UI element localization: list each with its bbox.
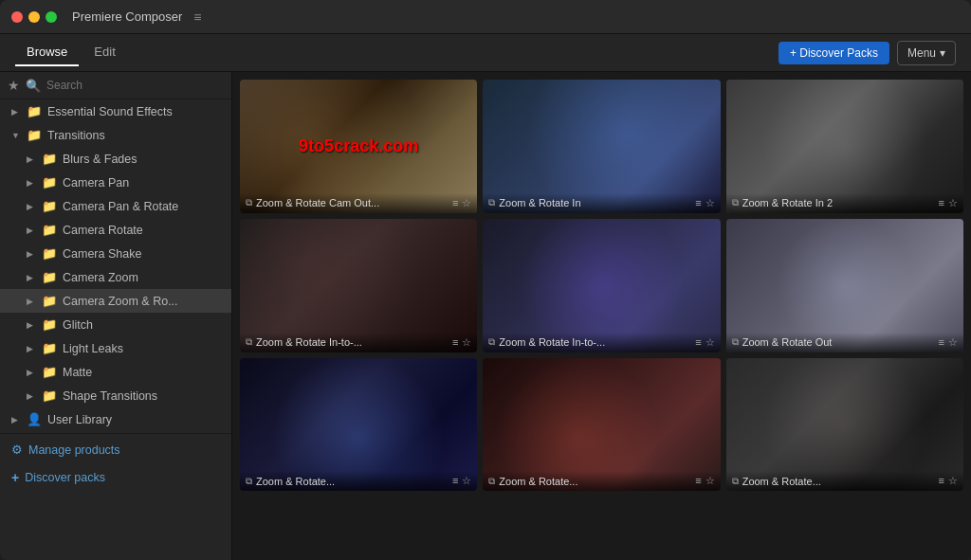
favorite-icon[interactable]: ☆ bbox=[705, 336, 715, 349]
child-label: Camera Shake bbox=[63, 247, 141, 261]
sidebar-child-item-10[interactable]: ▶ 📁 Shape Transitions bbox=[0, 384, 231, 407]
grid-item-8[interactable]: ⧉ Zoom & Rotate... ≡ ☆ bbox=[726, 358, 963, 492]
minimize-button[interactable] bbox=[28, 11, 40, 23]
clip-name: Zoom & Rotate... bbox=[742, 476, 821, 487]
tab-bar: Browse Edit bbox=[15, 39, 127, 66]
clip-name: Zoom & Rotate... bbox=[499, 476, 577, 487]
more-options-icon[interactable]: ≡ bbox=[939, 197, 944, 209]
sidebar-child-item-9[interactable]: ▶ 📁 Matte bbox=[0, 360, 231, 384]
tab-edit[interactable]: Edit bbox=[82, 39, 126, 66]
favorite-icon[interactable]: ☆ bbox=[705, 475, 715, 487]
grid-item-label-7: ⧉ Zoom & Rotate... ≡ ☆ bbox=[483, 471, 720, 491]
sidebar-child-item-3[interactable]: ▶ 📁 Camera Rotate bbox=[0, 218, 231, 242]
close-button[interactable] bbox=[11, 11, 23, 23]
folder-icon: 📁 bbox=[42, 246, 57, 261]
folder-icon: 📁 bbox=[42, 199, 57, 213]
sidebar-child-item-8[interactable]: ▶ 📁 Light Leaks bbox=[0, 336, 231, 360]
search-bar: ★ 🔍 bbox=[0, 72, 231, 99]
sidebar-child-item-2[interactable]: ▶ 📁 Camera Pan & Rotate bbox=[0, 194, 231, 218]
child-label: Glitch bbox=[63, 318, 93, 332]
grid-item-label-0: ⧉ Zoom & Rotate Cam Out... ≡ ☆ bbox=[240, 193, 477, 213]
grid-item-label-5: ⧉ Zoom & Rotate Out ≡ ☆ bbox=[726, 333, 963, 352]
collapse-arrow-icon: ▶ bbox=[27, 178, 36, 188]
folder-icon: 📁 bbox=[42, 365, 57, 379]
clip-icon: ⧉ bbox=[488, 197, 495, 208]
tab-browse[interactable]: Browse bbox=[15, 39, 79, 66]
favorite-icon[interactable]: ☆ bbox=[462, 475, 471, 487]
sidebar-item-essential-sound-effects[interactable]: ▶ 📁 Essential Sound Effects bbox=[0, 99, 231, 123]
favorite-icon[interactable]: ☆ bbox=[948, 336, 958, 349]
grid-item-label-3: ⧉ Zoom & Rotate In-to-... ≡ ☆ bbox=[240, 333, 477, 352]
sidebar-child-item-0[interactable]: ▶ 📁 Blurs & Fades bbox=[0, 147, 231, 171]
sidebar-item-user-library[interactable]: ▶ 👤 User Library bbox=[0, 407, 231, 431]
sidebar-child-item-5[interactable]: ▶ 📁 Camera Zoom bbox=[0, 265, 231, 289]
clip-name: Zoom & Rotate Out bbox=[742, 336, 833, 348]
folder-icon: 📁 bbox=[42, 294, 57, 308]
grid-item-5[interactable]: ⧉ Zoom & Rotate Out ≡ ☆ bbox=[726, 219, 963, 352]
favorite-icon[interactable]: ☆ bbox=[462, 336, 471, 349]
manage-products-icon: ⚙ bbox=[11, 443, 23, 457]
grid-item-label-6: ⧉ Zoom & Rotate... ≡ ☆ bbox=[240, 471, 477, 491]
favorite-icon[interactable]: ☆ bbox=[948, 475, 958, 487]
more-options-icon[interactable]: ≡ bbox=[452, 336, 458, 349]
user-library-label: User Library bbox=[47, 413, 112, 426]
discover-packs-button[interactable]: + Discover Packs bbox=[779, 42, 889, 64]
app-menu-icon[interactable]: ≡ bbox=[193, 9, 201, 25]
collapse-arrow-icon: ▶ bbox=[11, 107, 21, 117]
clip-icon: ⧉ bbox=[246, 336, 252, 348]
main-layout: ★ 🔍 ▶ 📁 Essential Sound Effects ▼ 📁 Tran… bbox=[0, 72, 971, 560]
grid-item-7[interactable]: ⧉ Zoom & Rotate... ≡ ☆ bbox=[483, 358, 720, 492]
folder-icon: 📁 bbox=[27, 104, 42, 118]
favorite-icon[interactable]: ☆ bbox=[462, 197, 471, 209]
more-options-icon[interactable]: ≡ bbox=[695, 197, 701, 209]
sidebar-child-item-7[interactable]: ▶ 📁 Glitch bbox=[0, 313, 231, 336]
grid-item-label-2: ⧉ Zoom & Rotate In 2 ≡ ☆ bbox=[726, 193, 963, 213]
menu-label: Menu bbox=[907, 46, 936, 60]
child-label: Matte bbox=[63, 366, 92, 379]
grid-item-6[interactable]: ⧉ Zoom & Rotate... ≡ ☆ bbox=[240, 358, 477, 492]
favorites-star-icon[interactable]: ★ bbox=[8, 78, 20, 93]
sidebar-child-item-6[interactable]: ▶ 📁 Camera Zoom & Ro... bbox=[0, 289, 231, 313]
app-title: Premiere Composer bbox=[72, 9, 182, 24]
maximize-button[interactable] bbox=[46, 11, 57, 23]
grid-item-2[interactable]: ⧉ Zoom & Rotate In 2 ≡ ☆ bbox=[726, 80, 963, 213]
folder-icon: 📁 bbox=[42, 388, 57, 403]
grid-item-3[interactable]: ⧉ Zoom & Rotate In-to-... ≡ ☆ bbox=[240, 219, 477, 352]
sidebar-child-item-1[interactable]: ▶ 📁 Camera Pan bbox=[0, 171, 231, 194]
child-label: Camera Zoom bbox=[63, 271, 138, 284]
discover-packs-icon: + bbox=[11, 470, 19, 485]
header-actions: + Discover Packs Menu ▾ bbox=[779, 41, 956, 65]
sidebar-children: ▶ 📁 Blurs & Fades ▶ 📁 Camera Pan ▶ 📁 Cam… bbox=[0, 147, 231, 407]
grid-item-4[interactable]: ⧉ Zoom & Rotate In-to-... ≡ ☆ bbox=[483, 219, 720, 352]
favorite-icon[interactable]: ☆ bbox=[948, 197, 958, 209]
menu-button[interactable]: Menu ▾ bbox=[897, 41, 956, 65]
clip-icon: ⧉ bbox=[246, 197, 252, 208]
essential-sound-effects-label: Essential Sound Effects bbox=[47, 105, 173, 118]
content-area: 9to5crack.com ⧉ Zoom & Rotate Cam Out...… bbox=[232, 72, 971, 560]
search-input[interactable] bbox=[46, 79, 224, 92]
more-options-icon[interactable]: ≡ bbox=[452, 197, 458, 209]
child-label: Camera Pan bbox=[63, 176, 129, 190]
collapse-arrow-icon: ▶ bbox=[27, 202, 36, 211]
more-options-icon[interactable]: ≡ bbox=[939, 475, 944, 487]
grid-item-0[interactable]: 9to5crack.com ⧉ Zoom & Rotate Cam Out...… bbox=[240, 80, 477, 213]
grid-item-label-4: ⧉ Zoom & Rotate In-to-... ≡ ☆ bbox=[483, 333, 720, 352]
discover-packs-item[interactable]: + Discover packs bbox=[0, 463, 231, 492]
grid-item-1[interactable]: ⧉ Zoom & Rotate In ≡ ☆ bbox=[483, 80, 720, 213]
sidebar-child-item-4[interactable]: ▶ 📁 Camera Shake bbox=[0, 242, 231, 265]
manage-products-item[interactable]: ⚙ Manage products bbox=[0, 436, 231, 463]
collapse-arrow-icon: ▶ bbox=[27, 344, 36, 353]
more-options-icon[interactable]: ≡ bbox=[695, 475, 701, 487]
folder-icon: 📁 bbox=[42, 152, 57, 166]
folder-icon: 📁 bbox=[27, 128, 42, 142]
media-grid: 9to5crack.com ⧉ Zoom & Rotate Cam Out...… bbox=[240, 80, 963, 491]
user-folder-icon: 👤 bbox=[27, 412, 42, 426]
more-options-icon[interactable]: ≡ bbox=[939, 336, 944, 349]
collapse-arrow-icon: ▶ bbox=[27, 154, 36, 164]
favorite-icon[interactable]: ☆ bbox=[705, 197, 715, 209]
more-options-icon[interactable]: ≡ bbox=[695, 336, 701, 349]
collapse-arrow-icon: ▶ bbox=[27, 249, 36, 259]
sidebar-item-transitions[interactable]: ▼ 📁 Transitions bbox=[0, 123, 231, 147]
clip-name: Zoom & Rotate In-to-... bbox=[499, 336, 605, 348]
more-options-icon[interactable]: ≡ bbox=[452, 475, 458, 487]
